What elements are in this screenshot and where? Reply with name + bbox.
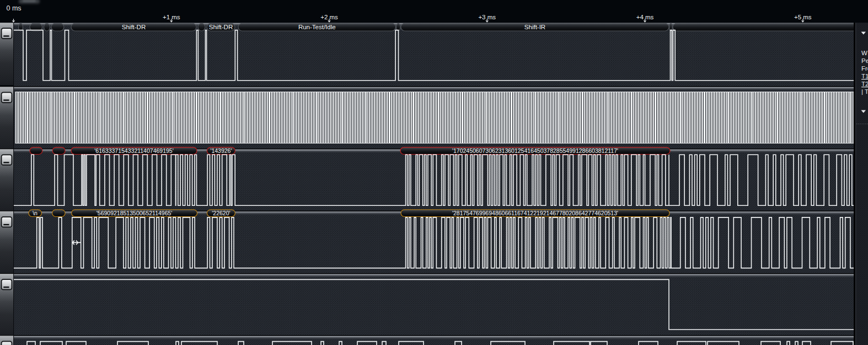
svg-text:T1: T1 — [861, 73, 868, 79]
svg-text:'22620': '22620' — [212, 210, 230, 216]
svg-text:\n: \n — [33, 210, 37, 216]
svg-text:0 ms: 0 ms — [7, 4, 22, 12]
svg-text:Fre: Fre — [861, 65, 868, 72]
svg-text:| T: | T — [861, 88, 868, 95]
svg-text:Run-Test/Idle: Run-Test/Idle — [298, 24, 336, 30]
svg-text:Pe: Pe — [861, 57, 868, 64]
svg-text:'28175476996948606611674122192: '281754769969486066116741221921467780208… — [452, 210, 618, 216]
svg-text:W: W — [861, 50, 867, 56]
svg-text:Shift-DR: Shift-DR — [122, 24, 146, 30]
svg-text:Shift-IR: Shift-IR — [524, 24, 545, 30]
svg-text:'17024506073062313601254164503: '170245060730623136012541645037828554991… — [452, 147, 618, 154]
svg-text:'56909218513500652114965': '56909218513500652114965' — [97, 210, 173, 216]
svg-text:Shift-DR: Shift-DR — [209, 24, 233, 30]
svg-text:'616333715433211407469195': '616333715433211407469195' — [94, 147, 173, 154]
svg-text:T2: T2 — [861, 81, 868, 87]
svg-text:'143926': '143926' — [210, 147, 232, 154]
